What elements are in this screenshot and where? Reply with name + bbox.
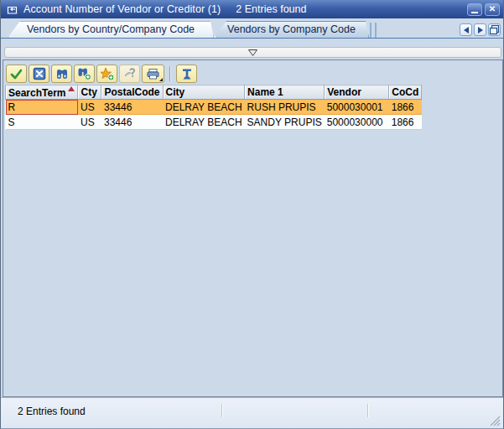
column-header-vendor[interactable]: Vendor (325, 85, 389, 100)
green-check-icon (9, 68, 23, 80)
hand-question-icon (123, 67, 137, 80)
scroll-left-icon (464, 27, 469, 34)
table-row[interactable]: RUS33446DELRAY BEACHRUSH PRUPIS500003000… (6, 100, 422, 115)
resize-grip[interactable] (490, 416, 501, 426)
column-header-cocd[interactable]: CoCd (389, 85, 422, 100)
print-dropdown-icon (159, 75, 163, 81)
sort-ascending-icon (68, 86, 75, 91)
column-header-postalcode[interactable]: PostalCode (101, 85, 163, 100)
window-menu-icon (6, 4, 18, 15)
titlebar-entries-count: 2 Entries found (236, 3, 306, 15)
table-cell[interactable]: 5000030001 (325, 100, 389, 115)
close-button[interactable]: ✕ (485, 3, 500, 16)
binoculars-icon (55, 68, 69, 80)
table-cell[interactable]: DELRAY BEACH (163, 100, 245, 115)
status-divider (367, 404, 368, 417)
table-cell[interactable]: 33446 (101, 100, 163, 115)
minimize-icon (471, 12, 478, 13)
personal-value-list-button[interactable] (176, 65, 197, 83)
table-row[interactable]: SUS33446DELRAY BEACHSANDY PRUPIS50000300… (6, 115, 422, 130)
status-bar: 2 Entries found (1, 397, 503, 428)
table-cell[interactable]: 5000030000 (325, 115, 389, 130)
table-cell[interactable]: SANDY PRUPIS (245, 115, 325, 130)
table-cell[interactable]: 1866 (389, 115, 422, 130)
column-header-name-1[interactable]: Name 1 (245, 85, 325, 100)
column-header-cty[interactable]: Cty (78, 85, 101, 100)
tab-overview-icon (489, 24, 500, 35)
expand-search-criteria-bar[interactable] (4, 47, 501, 58)
table-cell[interactable]: RUSH PRUPIS (245, 100, 325, 115)
table-cell[interactable]: 33446 (101, 115, 163, 130)
print-button[interactable] (142, 65, 164, 83)
status-message: 2 Entries found (18, 406, 86, 417)
find-button[interactable] (51, 65, 72, 83)
expand-triangle-down-icon (248, 49, 257, 56)
table-cell[interactable]: S (6, 115, 78, 130)
search-help-dialog: Account Number of Vendor or Creditor (1)… (0, 0, 504, 429)
tab-strip: Vendors by Country/Company Code Vendors … (1, 18, 503, 39)
star-plus-icon (100, 67, 115, 81)
status-divider (221, 404, 222, 417)
toolbar (3, 60, 502, 84)
tab-label: Vendors by Country/Company Code (27, 23, 195, 35)
table-cell[interactable]: US (78, 100, 101, 115)
results-panel: SearchTermCtyPostalCodeCityName 1VendorC… (3, 59, 503, 397)
delete-from-personal-list-button (119, 65, 140, 83)
window-title: Account Number of Vendor or Creditor (1) (23, 3, 221, 15)
table-cell[interactable]: R (6, 100, 78, 115)
scroll-right-icon (478, 27, 483, 34)
scroll-tabs-right-button[interactable] (474, 23, 486, 36)
tabstrip-divider (1, 38, 503, 39)
toolbar-separator (169, 66, 170, 81)
pedestal-icon (180, 68, 194, 80)
table-cell[interactable]: DELRAY BEACH (163, 115, 245, 130)
blue-x-box-icon (33, 67, 46, 80)
titlebar[interactable]: Account Number of Vendor or Creditor (1)… (1, 0, 503, 18)
scroll-tabs-left-button[interactable] (460, 23, 472, 36)
tab-label: Vendors by Company Code (227, 23, 356, 35)
binoculars-plus-icon (77, 67, 91, 80)
accept-button[interactable] (6, 65, 27, 83)
minimize-button[interactable] (467, 3, 482, 16)
close-icon: ✕ (489, 5, 496, 13)
printer-icon (146, 68, 160, 80)
cancel-button[interactable] (29, 65, 49, 83)
results-table-header-row: SearchTermCtyPostalCodeCityName 1VendorC… (6, 85, 422, 100)
table-cell[interactable]: US (78, 115, 101, 130)
table-cell[interactable]: 1866 (389, 100, 422, 115)
tab-stub-decoration (370, 23, 377, 38)
results-table: SearchTermCtyPostalCodeCityName 1VendorC… (5, 85, 422, 130)
column-header-searchterm[interactable]: SearchTerm (6, 85, 78, 100)
tab-vendors-by-country-company-code[interactable]: Vendors by Country/Company Code (8, 21, 214, 38)
add-to-personal-list-button[interactable] (96, 65, 117, 83)
column-header-city[interactable]: City (163, 85, 245, 100)
tab-vendors-by-company-code[interactable]: Vendors by Company Code (214, 21, 369, 38)
find-next-button[interactable] (74, 65, 95, 83)
tab-overview-button[interactable] (488, 23, 501, 36)
